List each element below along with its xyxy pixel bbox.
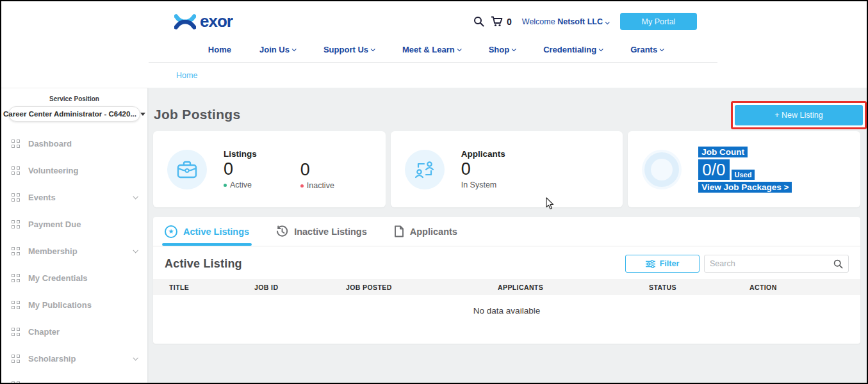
service-position-value: Career Center Administrator - C6420... <box>3 110 136 118</box>
header-divider <box>149 62 717 63</box>
active-count: 0 <box>224 160 257 179</box>
table-header-row: TITLE JOB ID JOB POSTED APPLICANTS STATU… <box>153 279 860 295</box>
main-content: Job Postings + New Listing Listings 0 <box>147 88 867 383</box>
chevron-down-icon <box>371 47 375 51</box>
nav-meet-learn[interactable]: Meet & Learn <box>402 45 461 54</box>
sidebar-item-chapter[interactable]: Chapter <box>1 318 147 345</box>
app-window: exor 0 Welcome <box>0 0 868 384</box>
col-status: STATUS <box>649 284 749 291</box>
sidebar-item-membership[interactable]: Membership <box>1 237 147 264</box>
grid-icon <box>12 355 20 363</box>
tab-active-listings[interactable]: ★ Active Listings <box>165 217 249 246</box>
sidebar-item-events[interactable]: Events <box>1 184 147 211</box>
sidebar-item-volunteering[interactable]: Volunteering <box>1 157 147 184</box>
chevron-down-icon <box>457 47 461 51</box>
job-count-card: Job Count 0/0 Used View Job Packages > <box>628 131 860 207</box>
grid-icon <box>12 140 20 148</box>
card-title: Applicants <box>461 149 505 159</box>
tab-label: Inactive Listings <box>294 227 367 237</box>
grid-icon <box>12 301 20 309</box>
sidebar-item-learn[interactable]: Learn <box>1 372 147 384</box>
tab-label: Active Listings <box>183 227 249 237</box>
listings-card: Listings 0 Active 0 Inactive <box>153 131 386 207</box>
chevron-down-icon <box>512 47 516 51</box>
ring-icon <box>642 150 682 189</box>
welcome-text: Welcome <box>522 17 555 26</box>
sidebar-item-label: Payment Due <box>28 220 81 229</box>
in-system-label: In System <box>461 180 497 189</box>
job-count-value: 0/0 <box>698 159 729 180</box>
tab-applicants[interactable]: Applicants <box>394 217 457 246</box>
nav-home[interactable]: Home <box>208 45 231 54</box>
applicants-card: Applicants 0 In System <box>391 131 623 207</box>
cart-icon[interactable] <box>491 16 503 27</box>
chevron-down-icon <box>133 248 138 253</box>
chevron-down-icon <box>292 47 297 51</box>
sidebar-item-scholarship[interactable]: Scholarship <box>1 345 147 372</box>
sidebar-item-label: Membership <box>28 246 78 256</box>
card-title: Listings <box>224 149 257 159</box>
view-job-packages-link[interactable]: View Job Packages > <box>698 182 792 193</box>
sidebar-item-label: Events <box>28 193 56 202</box>
chevron-down-icon <box>133 355 138 360</box>
search-icon[interactable] <box>833 259 843 269</box>
sidebar-item-label: My Credentials <box>28 273 87 283</box>
filter-button[interactable]: Filter <box>625 255 700 273</box>
empty-table-message: No data available <box>153 306 860 316</box>
col-action: ACTION <box>749 284 844 291</box>
sidebar-item-label: Learn <box>28 381 51 384</box>
col-job-posted: JOB POSTED <box>346 284 498 291</box>
search-input[interactable] <box>710 259 833 268</box>
nav-shop[interactable]: Shop <box>489 45 516 54</box>
sidebar-item-dashboard[interactable]: Dashboard <box>1 130 147 157</box>
nav-support-us[interactable]: Support Us <box>323 45 374 54</box>
site-header: exor 0 Welcome <box>1 1 867 88</box>
chevron-down-icon <box>660 47 664 51</box>
sidebar-item-label: Chapter <box>28 327 60 337</box>
service-position-label: Service Position <box>1 95 147 102</box>
cart-count: 0 <box>507 17 512 27</box>
grid-icon <box>12 166 20 175</box>
inactive-dot-icon <box>300 184 304 188</box>
inactive-label: Inactive <box>307 181 334 190</box>
col-applicants: APPLICANTS <box>498 284 649 291</box>
grid-icon <box>12 381 20 384</box>
job-count-title: Job Count <box>698 147 748 157</box>
account-name: Netsoft LLC <box>557 17 603 26</box>
caret-down-icon <box>140 113 145 116</box>
listings-panel: ★ Active Listings Inactive Listings <box>153 217 860 344</box>
logo-text: exor <box>200 12 233 31</box>
used-label: Used <box>732 170 755 180</box>
nav-grants[interactable]: Grants <box>630 45 663 54</box>
tab-inactive-listings[interactable]: Inactive Listings <box>276 217 367 246</box>
sidebar-item-label: Volunteering <box>28 166 78 175</box>
grid-icon <box>12 220 20 228</box>
breadcrumb[interactable]: Home <box>176 71 197 80</box>
service-position-select[interactable]: Career Center Administrator - C6420... <box>8 106 140 122</box>
tab-bar: ★ Active Listings Inactive Listings <box>153 217 860 246</box>
chevron-down-icon <box>605 20 610 24</box>
new-listing-button[interactable]: + New Listing <box>735 105 863 125</box>
welcome-account-menu[interactable]: Welcome Netsoft LLC <box>522 17 609 26</box>
my-portal-button[interactable]: My Portal <box>620 13 697 30</box>
search-icon[interactable] <box>473 16 484 27</box>
tab-label: Applicants <box>410 227 457 237</box>
main-nav: Home Join Us Support Us Meet & Learn Sho… <box>174 45 697 54</box>
applicants-count: 0 <box>461 160 505 179</box>
sidebar-item-label: My Publications <box>28 300 92 310</box>
sidebar-item-my-credentials[interactable]: My Credentials <box>1 264 147 291</box>
sidebar-item-my-publications[interactable]: My Publications <box>1 291 147 318</box>
exor-logo[interactable]: exor <box>174 12 233 31</box>
active-dot-icon <box>224 184 227 187</box>
grid-icon <box>12 274 20 282</box>
stat-cards: Listings 0 Active 0 Inactive <box>153 131 860 207</box>
sidebar-item-label: Dashboard <box>28 139 72 148</box>
applicants-icon <box>405 150 445 189</box>
col-job-id: JOB ID <box>254 284 346 291</box>
sidebar-item-payment-due[interactable]: Payment Due <box>1 211 147 237</box>
inactive-count: 0 <box>300 161 334 180</box>
history-clock-icon <box>276 225 288 237</box>
nav-join-us[interactable]: Join Us <box>259 45 295 54</box>
nav-credentialing[interactable]: Credentialing <box>543 45 602 54</box>
col-title: TITLE <box>169 284 254 291</box>
